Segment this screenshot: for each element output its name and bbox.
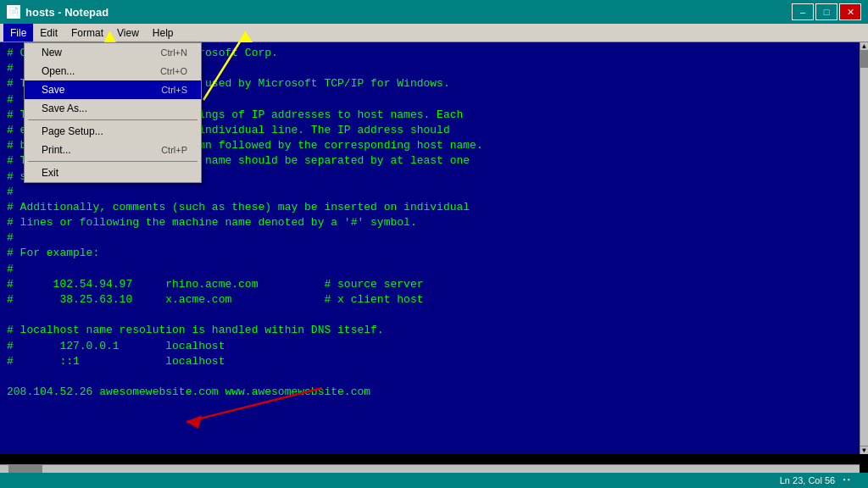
status-bar: Ln 23, Col 56 ▪▪ <box>0 473 868 488</box>
file-dropdown: New Ctrl+N Open... Ctrl+O Save Ctrl+S Sa… <box>24 42 202 183</box>
close-button[interactable]: ✕ <box>839 3 861 20</box>
menu-save-as[interactable]: Save As... <box>25 99 201 118</box>
window-controls: – □ ✕ <box>792 3 861 20</box>
maximize-button[interactable]: □ <box>815 3 837 20</box>
minimize-button[interactable]: – <box>792 3 814 20</box>
scrollbar-horizontal[interactable] <box>0 464 860 473</box>
menu-exit-label: Exit <box>42 167 58 179</box>
title-bar-left: 📄 hosts - Notepad <box>7 5 108 19</box>
title-text: hosts - Notepad <box>25 6 108 19</box>
scrollbar-h-thumb[interactable] <box>8 465 42 473</box>
scrollbar-v-thumb[interactable] <box>860 51 868 68</box>
status-text: Ln 23, Col 56 <box>780 475 835 485</box>
menu-print[interactable]: Print... Ctrl+P <box>25 141 201 159</box>
red-annotation-arrow <box>161 380 331 447</box>
menu-open-label: Open... <box>42 65 75 77</box>
menu-new-shortcut: Ctrl+N <box>161 47 187 58</box>
scrollbar-vertical[interactable]: ▲ ▼ <box>860 42 868 454</box>
menu-new[interactable]: New Ctrl+N <box>25 43 201 62</box>
menu-print-shortcut: Ctrl+P <box>161 145 187 155</box>
scrollbar-up-arrow[interactable]: ▲ <box>860 42 868 51</box>
menu-print-label: Print... <box>42 144 71 156</box>
menu-page-setup[interactable]: Page Setup... <box>25 122 201 141</box>
status-icon: ▪▪ <box>842 476 851 485</box>
menu-bar: File Edit Format View Help <box>0 24 868 42</box>
menu-open[interactable]: Open... Ctrl+O <box>25 62 201 80</box>
svg-marker-3 <box>104 32 116 42</box>
menu-page-setup-label: Page Setup... <box>42 125 103 137</box>
title-bar: 📄 hosts - Notepad – □ ✕ <box>0 0 868 24</box>
dropdown-separator-1 <box>28 119 198 120</box>
menu-save-as-label: Save As... <box>42 103 87 114</box>
menu-open-shortcut: Ctrl+O <box>160 66 187 76</box>
dropdown-separator-2 <box>28 161 198 162</box>
svg-marker-5 <box>186 415 202 429</box>
menu-save-shortcut: Ctrl+S <box>161 85 187 95</box>
menu-exit[interactable]: Exit <box>25 164 201 182</box>
svg-line-4 <box>186 388 322 422</box>
menu-file[interactable]: File <box>3 24 33 42</box>
menu-new-label: New <box>42 47 62 58</box>
scrollbar-down-arrow[interactable]: ▼ <box>860 446 868 454</box>
menu-help[interactable]: Help <box>146 24 181 42</box>
menu-save-label: Save <box>42 84 64 96</box>
menu-edit[interactable]: Edit <box>33 24 64 42</box>
app-icon: 📄 <box>7 5 20 19</box>
menu-save[interactable]: Save Ctrl+S <box>25 80 201 99</box>
